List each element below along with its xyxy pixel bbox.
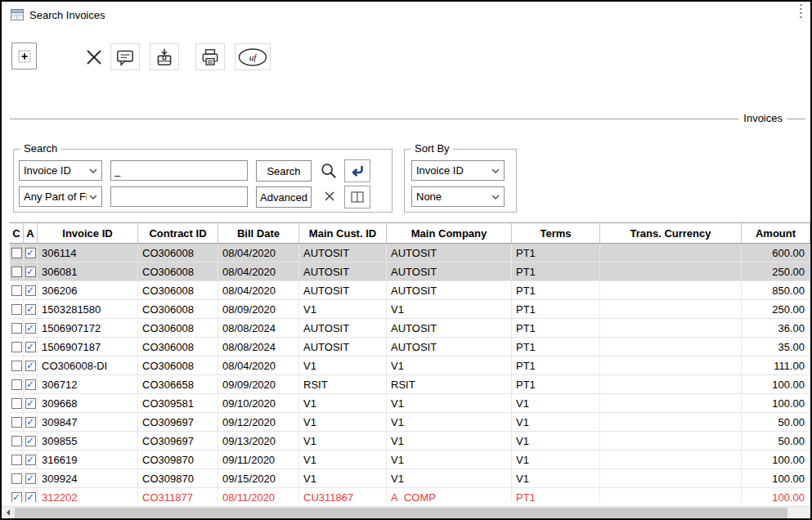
column-header-trans-currency[interactable]: Trans. Currency [600, 223, 742, 243]
cell-invoice-id: 1503281580 [38, 300, 138, 318]
cell-main-cust-id: AUTOSIT [299, 319, 387, 337]
column-header-invoice-id[interactable]: Invoice ID [38, 223, 138, 243]
row-checkbox-a[interactable] [25, 267, 36, 277]
cell-main-company: AUTOSIT [387, 262, 512, 280]
table-row[interactable]: 309668CO30958109/10/2020V1V1V1100.00 [10, 394, 810, 413]
row-checkbox-a[interactable] [25, 342, 36, 352]
cell-amount: 600.00 [742, 244, 810, 262]
column-header-a[interactable]: A [24, 223, 38, 243]
clear-x-icon[interactable] [322, 189, 337, 204]
row-checkbox-c[interactable] [11, 323, 22, 334]
row-checkbox-c[interactable] [11, 248, 22, 258]
table-row[interactable]: 306206CO30600808/04/2020AUTOSITAUTOSITPT… [10, 281, 810, 300]
sortby-secondary-combo[interactable]: None [411, 186, 505, 207]
row-checkbox-c[interactable] [11, 436, 22, 446]
search-button[interactable]: Search [256, 160, 312, 182]
table-row[interactable]: 1506907187CO30600808/08/2024AUTOSITAUTOS… [10, 338, 810, 356]
table-row[interactable]: 306114CO30600808/04/2020AUTOSITAUTOSITPT… [10, 244, 810, 262]
cell-main-company: AUTOSIT [387, 244, 512, 262]
row-checkbox-c[interactable] [11, 379, 22, 390]
sortby-primary-value: Invoice ID [416, 164, 489, 177]
cell-checkbox-a [24, 394, 38, 412]
row-checkbox-a[interactable] [25, 379, 36, 390]
cell-invoice-id: 309847 [38, 413, 138, 431]
cell-contract-id: CO309581 [138, 394, 218, 412]
cell-amount: 36.00 [742, 319, 810, 337]
table-row[interactable]: 316619CO30987009/11/2020V1V1V1100.00 [10, 451, 810, 469]
row-checkbox-a[interactable] [25, 248, 36, 258]
table-row[interactable]: 312202CO31187708/11/2020CU311867A_COMPPT… [10, 488, 810, 502]
row-checkbox-c[interactable] [11, 417, 22, 428]
row-checkbox-c[interactable] [11, 267, 22, 277]
secondary-search-input[interactable] [110, 186, 248, 207]
cell-checkbox-c [10, 319, 24, 337]
column-header-contract-id[interactable]: Contract ID [138, 223, 218, 243]
search-field-combo[interactable]: Invoice ID [19, 160, 102, 181]
delete-button[interactable] [81, 46, 107, 68]
table-row[interactable]: 309924CO30987009/15/2020V1V1V1100.00 [10, 469, 810, 488]
table-row[interactable]: 309847CO30969709/12/2020V1V1V150.00 [10, 413, 810, 432]
row-checkbox-a[interactable] [25, 361, 36, 371]
match-type-combo[interactable]: Any Part of Fi... [19, 186, 102, 207]
drag-grip[interactable] [800, 4, 802, 20]
cell-trans-currency [600, 262, 742, 280]
row-checkbox-a[interactable] [25, 323, 36, 334]
row-checkbox-a[interactable] [25, 436, 36, 446]
cell-main-cust-id: V1 [299, 469, 387, 487]
row-checkbox-c[interactable] [11, 361, 22, 371]
cell-main-cust-id: AUTOSIT [299, 281, 387, 299]
row-checkbox-c[interactable] [11, 492, 22, 503]
row-checkbox-c[interactable] [11, 285, 22, 296]
advanced-button[interactable]: Advanced [256, 186, 312, 208]
cell-invoice-id: 309855 [38, 432, 138, 450]
row-checkbox-a[interactable] [25, 417, 36, 428]
uf-logo-button[interactable]: uf [235, 43, 271, 70]
column-header-c[interactable]: C [10, 223, 24, 243]
scroll-left-button[interactable] [2, 507, 14, 518]
table-row[interactable]: 309855CO30969709/13/2020V1V1V150.00 [10, 432, 810, 451]
cash-deposit-button[interactable] [150, 43, 179, 70]
row-checkbox-c[interactable] [11, 398, 22, 409]
column-header-main-cust-id[interactable]: Main Cust. ID [299, 223, 387, 243]
cell-checkbox-a [24, 375, 38, 393]
cell-checkbox-c [10, 281, 24, 299]
refresh-return-button[interactable] [344, 159, 370, 182]
search-input[interactable] [110, 160, 248, 181]
row-checkbox-a[interactable] [25, 492, 36, 503]
cell-bill-date: 08/04/2020 [218, 262, 299, 280]
row-checkbox-c[interactable] [11, 342, 22, 352]
table-row[interactable]: 1503281580CO30600808/09/2020V1V1PT1250.0… [10, 300, 810, 319]
scrollbar-thumb[interactable] [15, 508, 787, 518]
sortby-primary-combo[interactable]: Invoice ID [411, 160, 505, 181]
cell-trans-currency [600, 488, 742, 502]
cell-checkbox-a [24, 356, 38, 374]
table-row[interactable]: CO306008-DICO30600808/04/2020V1V1PT1111.… [10, 356, 810, 375]
new-record-button[interactable] [11, 43, 37, 69]
column-header-terms[interactable]: Terms [512, 223, 600, 243]
cell-amount: 50.00 [742, 432, 810, 450]
cell-trans-currency [600, 413, 742, 431]
table-row[interactable]: 306712CO30665809/09/2020RSITRSITPT1100.0… [10, 375, 810, 394]
row-checkbox-a[interactable] [25, 473, 36, 484]
row-checkbox-a[interactable] [25, 285, 36, 296]
print-button[interactable] [195, 43, 225, 70]
row-checkbox-a[interactable] [25, 398, 36, 409]
split-window-icon [349, 189, 366, 205]
cell-main-cust-id: CU311867 [299, 488, 387, 502]
column-header-amount[interactable]: Amount [742, 223, 810, 243]
row-checkbox-c[interactable] [11, 473, 22, 484]
cell-terms: V1 [512, 469, 600, 487]
open-window-button[interactable] [344, 186, 370, 208]
column-header-main-company[interactable]: Main Company [387, 223, 512, 243]
row-checkbox-a[interactable] [25, 455, 36, 465]
comment-button[interactable] [110, 43, 140, 70]
column-header-bill-date[interactable]: Bill Date [218, 223, 299, 243]
row-checkbox-c[interactable] [11, 455, 22, 465]
row-checkbox-c[interactable] [11, 304, 22, 315]
table-row[interactable]: 306081CO30600808/04/2020AUTOSITAUTOSITPT… [10, 262, 810, 281]
cell-terms: V1 [512, 451, 600, 468]
row-checkbox-a[interactable] [25, 304, 36, 315]
table-row[interactable]: 1506907172CO30600808/08/2024AUTOSITAUTOS… [10, 319, 810, 338]
horizontal-scrollbar[interactable] [2, 506, 810, 518]
search-magnifier-icon[interactable] [320, 162, 338, 180]
